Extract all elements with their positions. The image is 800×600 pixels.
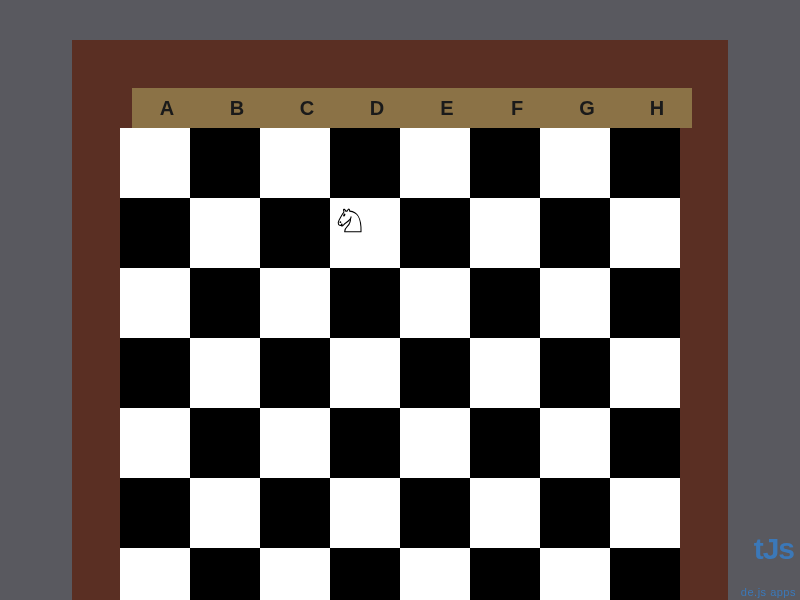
file-label-b: B	[202, 88, 272, 128]
file-label-row: ABCDEFGH	[132, 88, 692, 128]
file-label-g: G	[552, 88, 622, 128]
square-f8[interactable]	[470, 128, 540, 198]
square-c8[interactable]	[260, 128, 330, 198]
square-d4[interactable]	[330, 408, 400, 478]
file-label-e: E	[412, 88, 482, 128]
square-f2[interactable]	[470, 548, 540, 600]
square-f3[interactable]	[470, 478, 540, 548]
square-c2[interactable]	[260, 548, 330, 600]
square-g4[interactable]	[540, 408, 610, 478]
square-g8[interactable]	[540, 128, 610, 198]
chess-board[interactable]	[120, 128, 680, 600]
file-label-a: A	[132, 88, 202, 128]
square-h5[interactable]	[610, 338, 680, 408]
square-b8[interactable]	[190, 128, 260, 198]
square-g7[interactable]	[540, 198, 610, 268]
white-knight-icon[interactable]	[334, 204, 366, 236]
square-f7[interactable]	[470, 198, 540, 268]
square-a3[interactable]	[120, 478, 190, 548]
square-c4[interactable]	[260, 408, 330, 478]
file-label-f: F	[482, 88, 552, 128]
square-b4[interactable]	[190, 408, 260, 478]
square-a5[interactable]	[120, 338, 190, 408]
square-e7[interactable]	[400, 198, 470, 268]
square-d7[interactable]	[330, 198, 400, 268]
square-c3[interactable]	[260, 478, 330, 548]
square-a7[interactable]	[120, 198, 190, 268]
square-b3[interactable]	[190, 478, 260, 548]
square-d6[interactable]	[330, 268, 400, 338]
square-h8[interactable]	[610, 128, 680, 198]
square-c7[interactable]	[260, 198, 330, 268]
square-h4[interactable]	[610, 408, 680, 478]
square-h6[interactable]	[610, 268, 680, 338]
square-g2[interactable]	[540, 548, 610, 600]
square-d3[interactable]	[330, 478, 400, 548]
square-g3[interactable]	[540, 478, 610, 548]
square-g6[interactable]	[540, 268, 610, 338]
square-a4[interactable]	[120, 408, 190, 478]
square-f5[interactable]	[470, 338, 540, 408]
square-f4[interactable]	[470, 408, 540, 478]
watermark-logo: tJs	[754, 532, 794, 566]
square-d5[interactable]	[330, 338, 400, 408]
square-g5[interactable]	[540, 338, 610, 408]
square-b6[interactable]	[190, 268, 260, 338]
chess-board-frame: ABCDEFGH	[72, 40, 728, 600]
square-e6[interactable]	[400, 268, 470, 338]
square-b5[interactable]	[190, 338, 260, 408]
square-d8[interactable]	[330, 128, 400, 198]
square-c5[interactable]	[260, 338, 330, 408]
square-e4[interactable]	[400, 408, 470, 478]
square-a8[interactable]	[120, 128, 190, 198]
square-a2[interactable]	[120, 548, 190, 600]
square-f6[interactable]	[470, 268, 540, 338]
square-e5[interactable]	[400, 338, 470, 408]
watermark-tagline: de.js apps	[741, 586, 796, 598]
file-label-d: D	[342, 88, 412, 128]
square-b7[interactable]	[190, 198, 260, 268]
square-h3[interactable]	[610, 478, 680, 548]
square-e3[interactable]	[400, 478, 470, 548]
square-d2[interactable]	[330, 548, 400, 600]
square-e8[interactable]	[400, 128, 470, 198]
file-label-c: C	[272, 88, 342, 128]
file-label-h: H	[622, 88, 692, 128]
square-h7[interactable]	[610, 198, 680, 268]
square-b2[interactable]	[190, 548, 260, 600]
square-c6[interactable]	[260, 268, 330, 338]
square-e2[interactable]	[400, 548, 470, 600]
square-a6[interactable]	[120, 268, 190, 338]
square-h2[interactable]	[610, 548, 680, 600]
